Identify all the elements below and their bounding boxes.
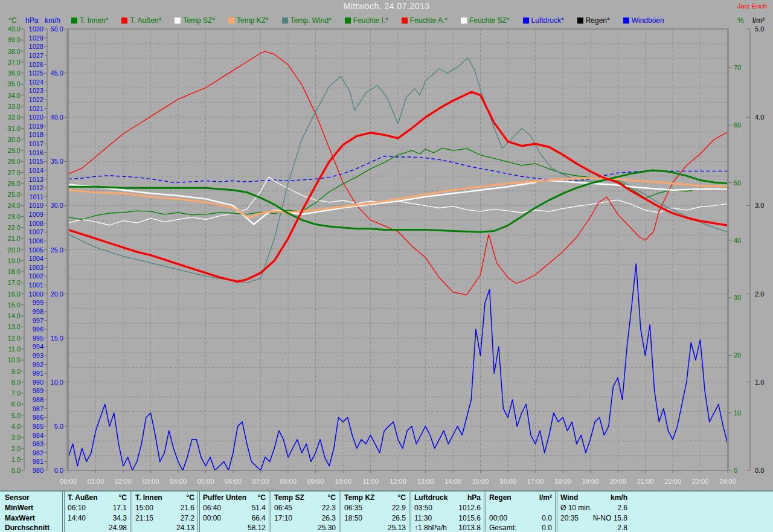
svg-text:15.0: 15.0 bbox=[51, 335, 63, 342]
stats-column: Puffer Unten°C06:4051.400:0066.458.12 bbox=[199, 492, 269, 532]
stats-cell: 11:301015.6 bbox=[414, 513, 481, 523]
stats-col-unit: °C bbox=[258, 493, 266, 502]
stats-cell: T. Innen°C bbox=[135, 492, 194, 502]
stats-cell: Ø 10 min.2.6 bbox=[560, 502, 627, 513]
stats-column: LuftdruckhPa03:501012.611:301015.6↑1.8hP… bbox=[411, 492, 484, 532]
svg-text:24:00: 24:00 bbox=[719, 478, 736, 485]
stats-cell-value: 17.1 bbox=[113, 504, 127, 512]
svg-text:1009: 1009 bbox=[29, 211, 43, 218]
stats-cell-value: 1012.6 bbox=[458, 504, 481, 512]
svg-text:1017: 1017 bbox=[29, 140, 43, 147]
stats-cell: 18:5026.5 bbox=[344, 513, 406, 523]
stats-row-labels: SensorMinWertMaxWertDurchschnitt bbox=[0, 492, 63, 532]
stats-cell-value: 27.2 bbox=[181, 514, 194, 522]
stats-cell: Gesamt:0.0 bbox=[489, 523, 552, 532]
svg-text:987: 987 bbox=[33, 405, 43, 412]
svg-text:980: 980 bbox=[33, 467, 43, 474]
svg-text:60: 60 bbox=[734, 121, 741, 129]
svg-text:994: 994 bbox=[33, 343, 43, 350]
svg-text:13:00: 13:00 bbox=[417, 478, 434, 485]
svg-text:14:00: 14:00 bbox=[444, 478, 461, 485]
svg-text:14.0: 14.0 bbox=[8, 312, 21, 319]
stats-cell bbox=[489, 502, 552, 513]
svg-text:1001: 1001 bbox=[29, 281, 43, 289]
svg-text:1018: 1018 bbox=[29, 131, 43, 138]
svg-text:1000: 1000 bbox=[29, 290, 43, 298]
stats-cell: 06:4522.3 bbox=[274, 502, 336, 513]
svg-text:20.0: 20.0 bbox=[51, 290, 63, 298]
stats-cell-time: 03:50 bbox=[414, 504, 432, 512]
svg-text:25.0: 25.0 bbox=[8, 191, 21, 198]
stats-cell: 14:4034.3 bbox=[68, 513, 127, 523]
stats-column: Temp KZ°C06:3522.918:5026.525.13 bbox=[341, 492, 409, 532]
svg-text:23.0: 23.0 bbox=[8, 213, 21, 220]
svg-text:4.0: 4.0 bbox=[11, 423, 21, 430]
svg-text:7.0: 7.0 bbox=[11, 389, 21, 397]
svg-text:18:00: 18:00 bbox=[554, 478, 571, 485]
stats-cell-time: 21:15 bbox=[135, 514, 153, 522]
stats-cell-time: ↑1.8hPa/h bbox=[414, 524, 447, 532]
stats-cell: 24.13 bbox=[135, 523, 194, 532]
svg-text:26.0: 26.0 bbox=[8, 180, 21, 187]
svg-text:988: 988 bbox=[33, 396, 43, 403]
stats-col-unit: °C bbox=[119, 493, 127, 502]
svg-text:1011: 1011 bbox=[29, 193, 43, 200]
svg-text:1026: 1026 bbox=[29, 61, 43, 68]
svg-text:989: 989 bbox=[33, 387, 43, 394]
svg-text:37.0: 37.0 bbox=[8, 59, 21, 66]
svg-text:10:00: 10:00 bbox=[335, 478, 351, 485]
stats-cell-value: 25.13 bbox=[388, 524, 406, 532]
stats-row-label: Durchschnitt bbox=[3, 523, 59, 532]
y-axis-temp-c: 0.01.02.03.04.05.06.07.08.09.010.011.012… bbox=[8, 25, 24, 474]
svg-text:70: 70 bbox=[734, 64, 741, 71]
stats-cell: Windkm/h bbox=[560, 492, 627, 502]
stats-cell-value: 26.3 bbox=[322, 514, 336, 522]
svg-text:11:00: 11:00 bbox=[362, 478, 379, 485]
stats-cell-value: 21.6 bbox=[181, 504, 194, 512]
svg-text:10.0: 10.0 bbox=[8, 356, 21, 364]
svg-text:984: 984 bbox=[33, 432, 43, 439]
svg-text:08:00: 08:00 bbox=[280, 478, 297, 485]
svg-text:1021: 1021 bbox=[29, 105, 43, 112]
stats-cell-time: 06:35 bbox=[344, 504, 362, 512]
svg-text:0: 0 bbox=[734, 467, 737, 474]
svg-text:22:00: 22:00 bbox=[664, 478, 681, 485]
stats-cell-value: 2.6 bbox=[617, 504, 627, 512]
stats-cell: 17:1026.3 bbox=[274, 513, 336, 523]
weather-chart: 0.01.02.03.04.05.06.07.08.09.010.011.012… bbox=[0, 0, 773, 490]
svg-text:12:00: 12:00 bbox=[390, 478, 406, 485]
stats-cell: Puffer Unten°C bbox=[203, 492, 266, 502]
stats-cell: 00:0066.4 bbox=[203, 513, 266, 523]
svg-text:1019: 1019 bbox=[29, 123, 43, 130]
stats-cell: 06:3522.9 bbox=[344, 502, 406, 513]
y-axis-humidity-pct: 010203040506070 bbox=[728, 29, 741, 474]
svg-text:5.0: 5.0 bbox=[755, 25, 764, 33]
stats-cell-time: 18:50 bbox=[344, 514, 362, 522]
svg-text:17:00: 17:00 bbox=[527, 478, 544, 485]
stats-column: Windkm/hØ 10 min.2.620:35N-NO 15.82.8 bbox=[557, 492, 630, 532]
stats-cell: 25.30 bbox=[274, 523, 336, 532]
stats-col-header: T. Innen bbox=[135, 493, 162, 502]
svg-text:38.0: 38.0 bbox=[8, 48, 21, 55]
svg-text:15.0: 15.0 bbox=[8, 301, 21, 309]
x-axis: 00:0001:0002:0003:0004:0005:0006:0007:00… bbox=[60, 470, 736, 485]
stats-col-header: Temp KZ bbox=[344, 493, 374, 502]
stats-cell-value: 51.4 bbox=[252, 504, 266, 512]
stats-cell-value: N-NO 15.8 bbox=[593, 514, 627, 522]
svg-text:30.0: 30.0 bbox=[51, 202, 63, 209]
svg-text:1024: 1024 bbox=[29, 79, 43, 86]
svg-text:00:00: 00:00 bbox=[60, 478, 77, 485]
stats-table-filler bbox=[632, 492, 773, 532]
stats-cell-value: 22.3 bbox=[322, 504, 336, 512]
stats-cell: 25.13 bbox=[344, 523, 406, 532]
y-axis-kmh: 0.05.010.015.020.025.030.035.040.045.050… bbox=[51, 25, 67, 474]
stats-cell: 20:35N-NO 15.8 bbox=[560, 513, 627, 523]
svg-text:991: 991 bbox=[33, 370, 43, 377]
stats-cell-value: 26.5 bbox=[392, 514, 406, 522]
stats-col-header: Temp SZ bbox=[274, 493, 304, 502]
stats-cell-value: 58.12 bbox=[248, 524, 266, 532]
svg-text:19:00: 19:00 bbox=[582, 478, 599, 485]
svg-text:30.0: 30.0 bbox=[8, 136, 21, 143]
svg-text:1020: 1020 bbox=[29, 114, 43, 121]
svg-text:1012: 1012 bbox=[29, 184, 43, 191]
